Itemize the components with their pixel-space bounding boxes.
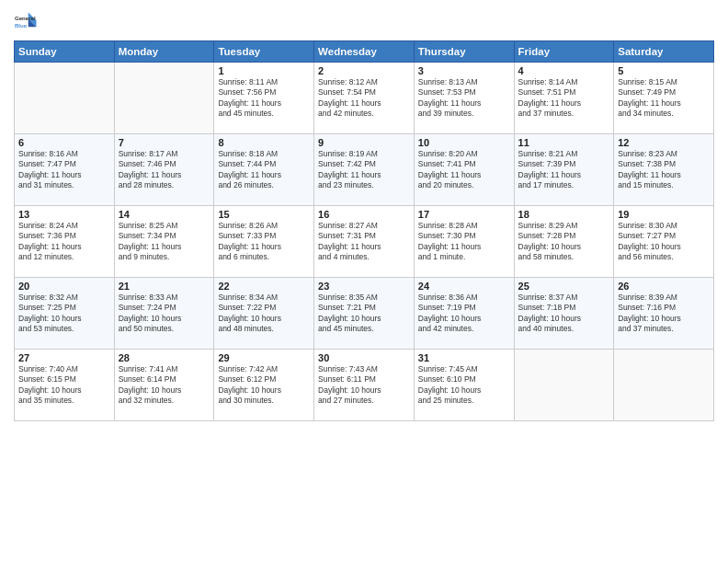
day-number: 6 [18,137,110,148]
day-info: Sunrise: 8:24 AM Sunset: 7:36 PM Dayligh… [18,221,110,263]
calendar-header-sunday: Sunday [15,41,115,63]
calendar-cell: 7Sunrise: 8:17 AM Sunset: 7:46 PM Daylig… [114,134,214,206]
day-number: 30 [318,352,410,363]
calendar-cell: 19Sunrise: 8:30 AM Sunset: 7:27 PM Dayli… [614,206,714,278]
day-number: 19 [618,209,710,220]
day-info: Sunrise: 8:28 AM Sunset: 7:30 PM Dayligh… [418,221,510,263]
day-info: Sunrise: 8:14 AM Sunset: 7:51 PM Dayligh… [518,77,610,120]
day-info: Sunrise: 8:15 AM Sunset: 7:49 PM Dayligh… [618,77,710,120]
calendar-cell: 11Sunrise: 8:21 AM Sunset: 7:39 PM Dayli… [514,134,614,206]
day-number: 20 [18,281,110,292]
day-number: 28 [119,352,210,363]
day-info: Sunrise: 8:11 AM Sunset: 7:56 PM Dayligh… [218,77,310,120]
calendar-cell [614,350,714,421]
day-number: 21 [119,281,210,292]
day-number: 24 [418,281,510,292]
day-info: Sunrise: 8:17 AM Sunset: 7:46 PM Dayligh… [119,149,210,191]
calendar-cell: 28Sunrise: 7:41 AM Sunset: 6:14 PM Dayli… [114,350,214,421]
logo-icon: General Blue [14,9,40,35]
day-number: 14 [119,209,210,220]
day-info: Sunrise: 8:23 AM Sunset: 7:38 PM Dayligh… [618,149,710,191]
day-number: 29 [218,352,310,363]
day-info: Sunrise: 8:27 AM Sunset: 7:31 PM Dayligh… [318,221,410,263]
day-info: Sunrise: 8:21 AM Sunset: 7:39 PM Dayligh… [518,149,610,191]
day-info: Sunrise: 7:43 AM Sunset: 6:11 PM Dayligh… [318,364,410,407]
day-info: Sunrise: 8:37 AM Sunset: 7:18 PM Dayligh… [518,293,610,335]
logo: General Blue [14,9,40,35]
day-number: 8 [218,137,310,148]
day-info: Sunrise: 8:20 AM Sunset: 7:41 PM Dayligh… [418,149,510,191]
calendar-page: General Blue SundayMondayTuesdayWednesda… [0,0,728,563]
day-info: Sunrise: 8:29 AM Sunset: 7:28 PM Dayligh… [518,221,610,263]
day-number: 15 [218,209,310,220]
calendar-header-saturday: Saturday [614,41,714,63]
day-number: 3 [418,65,510,76]
day-info: Sunrise: 8:19 AM Sunset: 7:42 PM Dayligh… [318,149,410,191]
calendar-week-5: 27Sunrise: 7:40 AM Sunset: 6:15 PM Dayli… [15,350,714,421]
day-number: 23 [318,281,410,292]
day-number: 1 [218,65,310,76]
day-number: 22 [218,281,310,292]
calendar-header-wednesday: Wednesday [314,41,415,63]
day-info: Sunrise: 8:12 AM Sunset: 7:54 PM Dayligh… [318,77,410,120]
calendar-cell: 1Sunrise: 8:11 AM Sunset: 7:56 PM Daylig… [214,63,314,134]
day-info: Sunrise: 7:40 AM Sunset: 6:15 PM Dayligh… [18,364,110,407]
calendar-cell: 25Sunrise: 8:37 AM Sunset: 7:18 PM Dayli… [514,278,614,350]
calendar-cell: 21Sunrise: 8:33 AM Sunset: 7:24 PM Dayli… [114,278,214,350]
calendar-cell: 12Sunrise: 8:23 AM Sunset: 7:38 PM Dayli… [614,134,714,206]
day-number: 31 [418,352,510,363]
calendar-cell: 31Sunrise: 7:45 AM Sunset: 6:10 PM Dayli… [414,350,514,421]
day-info: Sunrise: 8:18 AM Sunset: 7:44 PM Dayligh… [218,149,310,191]
calendar-cell: 9Sunrise: 8:19 AM Sunset: 7:42 PM Daylig… [314,134,415,206]
calendar-week-1: 1Sunrise: 8:11 AM Sunset: 7:56 PM Daylig… [15,63,714,134]
day-info: Sunrise: 8:34 AM Sunset: 7:22 PM Dayligh… [218,293,310,335]
day-number: 16 [318,209,410,220]
day-number: 11 [518,137,610,148]
calendar-header-row: SundayMondayTuesdayWednesdayThursdayFrid… [15,41,714,63]
calendar-cell: 20Sunrise: 8:32 AM Sunset: 7:25 PM Dayli… [15,278,115,350]
day-info: Sunrise: 8:26 AM Sunset: 7:33 PM Dayligh… [218,221,310,263]
calendar-cell: 17Sunrise: 8:28 AM Sunset: 7:30 PM Dayli… [414,206,514,278]
day-number: 12 [618,137,710,148]
day-number: 7 [119,137,210,148]
calendar-cell: 15Sunrise: 8:26 AM Sunset: 7:33 PM Dayli… [214,206,314,278]
day-info: Sunrise: 8:25 AM Sunset: 7:34 PM Dayligh… [119,221,210,263]
header: General Blue [14,9,714,35]
calendar-cell [15,63,115,134]
day-info: Sunrise: 8:16 AM Sunset: 7:47 PM Dayligh… [18,149,110,191]
calendar-cell: 2Sunrise: 8:12 AM Sunset: 7:54 PM Daylig… [314,63,415,134]
day-info: Sunrise: 7:41 AM Sunset: 6:14 PM Dayligh… [119,364,210,407]
day-number: 4 [518,65,610,76]
day-number: 5 [618,65,710,76]
day-number: 18 [518,209,610,220]
calendar-cell: 27Sunrise: 7:40 AM Sunset: 6:15 PM Dayli… [15,350,115,421]
calendar-header-monday: Monday [114,41,214,63]
calendar-cell [514,350,614,421]
day-info: Sunrise: 7:42 AM Sunset: 6:12 PM Dayligh… [218,364,310,407]
calendar-cell: 22Sunrise: 8:34 AM Sunset: 7:22 PM Dayli… [214,278,314,350]
calendar-header-thursday: Thursday [414,41,514,63]
day-info: Sunrise: 8:30 AM Sunset: 7:27 PM Dayligh… [618,221,710,263]
day-number: 2 [318,65,410,76]
calendar-cell: 3Sunrise: 8:13 AM Sunset: 7:53 PM Daylig… [414,63,514,134]
day-info: Sunrise: 8:13 AM Sunset: 7:53 PM Dayligh… [418,77,510,120]
day-info: Sunrise: 8:32 AM Sunset: 7:25 PM Dayligh… [18,293,110,335]
calendar-week-4: 20Sunrise: 8:32 AM Sunset: 7:25 PM Dayli… [15,278,714,350]
day-info: Sunrise: 8:35 AM Sunset: 7:21 PM Dayligh… [318,293,410,335]
calendar-cell: 14Sunrise: 8:25 AM Sunset: 7:34 PM Dayli… [114,206,214,278]
calendar-cell: 10Sunrise: 8:20 AM Sunset: 7:41 PM Dayli… [414,134,514,206]
calendar-header-friday: Friday [514,41,614,63]
svg-text:Blue: Blue [15,22,28,29]
calendar-cell: 16Sunrise: 8:27 AM Sunset: 7:31 PM Dayli… [314,206,415,278]
calendar-cell [114,63,214,134]
day-info: Sunrise: 8:33 AM Sunset: 7:24 PM Dayligh… [119,293,210,335]
calendar-table: SundayMondayTuesdayWednesdayThursdayFrid… [14,40,714,421]
day-info: Sunrise: 8:39 AM Sunset: 7:16 PM Dayligh… [618,293,710,335]
calendar-cell: 13Sunrise: 8:24 AM Sunset: 7:36 PM Dayli… [15,206,115,278]
calendar-cell: 18Sunrise: 8:29 AM Sunset: 7:28 PM Dayli… [514,206,614,278]
calendar-cell: 4Sunrise: 8:14 AM Sunset: 7:51 PM Daylig… [514,63,614,134]
calendar-header-tuesday: Tuesday [214,41,314,63]
calendar-cell: 24Sunrise: 8:36 AM Sunset: 7:19 PM Dayli… [414,278,514,350]
day-number: 13 [18,209,110,220]
calendar-cell: 5Sunrise: 8:15 AM Sunset: 7:49 PM Daylig… [614,63,714,134]
